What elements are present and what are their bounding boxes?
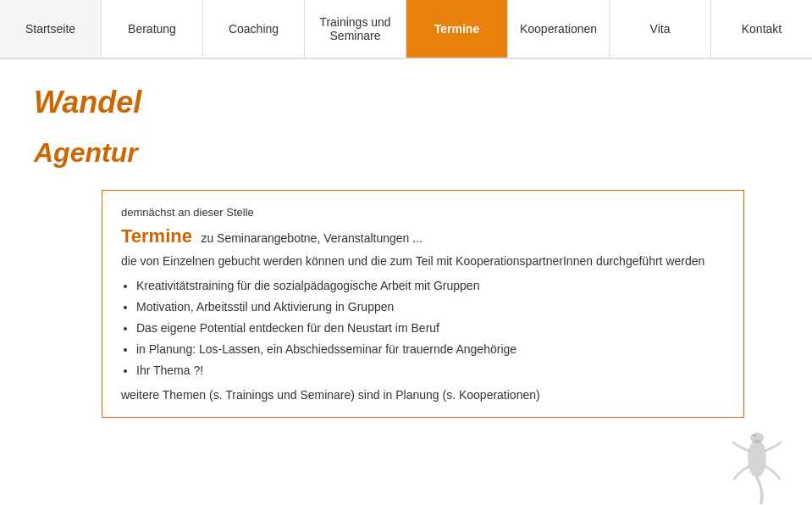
- termine-intro-text: zu Seminarangebotne, Veranstaltungen ...: [201, 231, 423, 245]
- bullet-list: Kreativitätstraining für die sozialpädag…: [136, 277, 725, 380]
- page-title-wandel: Wandel: [34, 85, 778, 120]
- svg-point-0: [748, 440, 766, 478]
- list-item: Kreativitätstraining für die sozialpädag…: [136, 277, 725, 295]
- nav-beratung[interactable]: Beratung: [102, 0, 203, 58]
- gecko-icon: [719, 412, 795, 505]
- content-box: demnächst an dieser Stelle Termine zu Se…: [102, 190, 744, 418]
- further-themes: weitere Themen (s. Trainings und Seminar…: [121, 388, 725, 402]
- body-text: die von Einzelnen gebucht werden können …: [121, 252, 725, 270]
- nav-kooperationen[interactable]: Kooperationen: [508, 0, 610, 58]
- svg-point-2: [754, 435, 756, 437]
- nav-trainings[interactable]: Trainings undSeminare: [305, 0, 406, 58]
- main-content: Wandel Agentur demnächst an dieser Stell…: [0, 59, 812, 435]
- svg-point-1: [750, 432, 764, 443]
- demnachst-label: demnächst an dieser Stelle: [121, 206, 725, 219]
- nav-coaching[interactable]: Coaching: [203, 0, 305, 58]
- list-item: Das eigene Potential entdecken für den N…: [136, 319, 725, 337]
- nav-startseite[interactable]: Startseite: [0, 0, 102, 58]
- nav-termine[interactable]: Termine: [406, 0, 508, 58]
- page-title-agentur: Agentur: [34, 137, 778, 169]
- termine-intro-line: Termine zu Seminarangebotne, Veranstaltu…: [121, 225, 725, 247]
- gecko-decoration: [719, 412, 795, 488]
- list-item: in Planung: Los-Lassen, ein Abschiedssem…: [136, 341, 725, 358]
- nav-vita[interactable]: Vita: [610, 0, 711, 58]
- list-item: Ihr Thema ?!: [136, 362, 725, 380]
- page-wrapper: Startseite Beratung Coaching Trainings u…: [0, 0, 812, 505]
- list-item: Motivation, Arbeitsstil und Aktivierung …: [136, 298, 725, 316]
- main-nav: Startseite Beratung Coaching Trainings u…: [0, 0, 812, 59]
- nav-kontakt[interactable]: Kontakt: [711, 0, 812, 58]
- termine-heading: Termine: [121, 225, 192, 247]
